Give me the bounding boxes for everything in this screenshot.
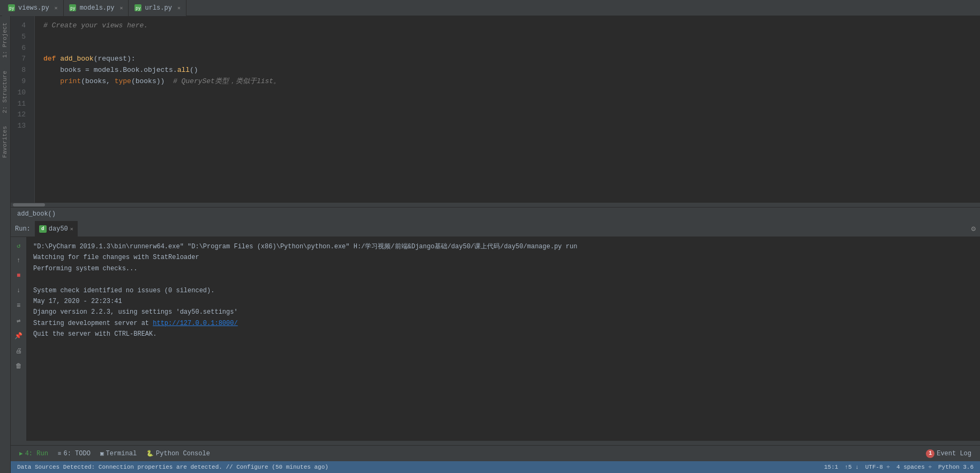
code-editor: 4 5 6 7 8 9 10 11 12 13 # Create your vi… <box>11 16 980 220</box>
print-button[interactable]: 🖨 <box>13 345 24 356</box>
run-panel: Run: d day50 ✕ ⚙ ↺ ↑ ■ ↓ ≡ ⇌ 📌 🖨 <box>11 220 980 445</box>
run-scrollbar[interactable] <box>11 441 980 445</box>
status-left-text: Data Sources Detected: Connection proper… <box>17 464 824 470</box>
django-icon: d <box>39 225 47 233</box>
run-bottom-label: 4: Run <box>25 450 48 457</box>
cursor-position: 15:1 <box>824 464 838 470</box>
tab-models-label: models.py <box>80 4 115 12</box>
encoding: UTF-8 ÷ <box>865 464 890 470</box>
output-line-cmd: "D:\PyCharm 2019.1.3\bin\runnerw64.exe" … <box>33 241 974 252</box>
output-line-watching: Watching for file changes with StatReloa… <box>33 252 974 263</box>
todo-label: 6: TODO <box>63 450 90 457</box>
output-line-empty <box>33 274 974 285</box>
delete-button[interactable]: 🗑 <box>13 360 24 371</box>
event-log-label: Event Log <box>937 450 971 457</box>
output-line-check: System check identified no issues (0 sil… <box>33 285 974 296</box>
project-panel-label[interactable]: 1: Project <box>0 16 10 64</box>
scroll-down-button[interactable]: ↓ <box>13 285 24 296</box>
tab-urls[interactable]: py urls.py ✕ <box>129 0 186 16</box>
filter-button[interactable]: ⇌ <box>13 315 24 326</box>
code-line-12 <box>43 109 980 121</box>
python-version: Python 3.6 <box>938 464 974 470</box>
python-console-label: Python Console <box>156 450 210 457</box>
structure-panel-label[interactable]: 2: Structure <box>0 64 10 120</box>
code-line-4: # Create your views here. <box>43 20 980 32</box>
tab-models-close[interactable]: ✕ <box>119 5 123 11</box>
terminal-label: Terminal <box>106 450 137 457</box>
output-line-server: Starting development server at http://12… <box>33 318 974 329</box>
line-numbers: 4 5 6 7 8 9 10 11 12 13 <box>11 16 35 203</box>
tab-views-label: views.py <box>18 4 49 12</box>
left-panel: 1: Project 2: Structure Favorites <box>0 16 11 473</box>
code-line-10 <box>43 87 980 99</box>
terminal-icon: ▣ <box>100 450 104 457</box>
code-line-11 <box>43 99 980 110</box>
run-sidebar: ↺ ↑ ■ ↓ ≡ ⇌ 📌 🖨 🗑 <box>11 237 27 441</box>
python-console-icon: 🐍 <box>146 450 154 457</box>
run-bottom-button[interactable]: ▶ 4: Run <box>15 447 53 461</box>
event-log-button[interactable]: 1 Event Log <box>922 447 976 461</box>
todo-icon: ≡ <box>58 450 62 457</box>
line-endings: ↑5 ↓ <box>844 464 858 470</box>
output-line-performing: Performing system checks... <box>33 263 974 274</box>
output-line-django-version: Django version 2.2.3, using settings 'da… <box>33 307 974 317</box>
tab-models[interactable]: py models.py ✕ <box>64 0 129 16</box>
terminal-button[interactable]: ▣ Terminal <box>96 447 141 461</box>
bottom-toolbar: ▶ 4: Run ≡ 6: TODO ▣ Terminal 🐍 Python C… <box>11 445 980 461</box>
todo-button[interactable]: ≡ 6: TODO <box>54 447 95 461</box>
run-tab-day50[interactable]: d day50 ✕ <box>35 221 78 237</box>
code-line-9: print(books, type(books)) # QuerySet类型，类… <box>43 76 980 87</box>
rerun-button[interactable]: ↺ <box>13 240 24 251</box>
views-py-icon: py <box>8 4 15 12</box>
python-console-button[interactable]: 🐍 Python Console <box>142 447 214 461</box>
settings-icon[interactable]: ⚙ <box>971 224 976 233</box>
editor-horizontal-scrollbar[interactable] <box>11 203 980 207</box>
play-icon: ▶ <box>19 450 23 457</box>
code-line-8: books = models.Book.objects.all() <box>43 65 980 76</box>
tab-bar: py views.py ✕ py models.py ✕ py urls.py … <box>0 0 980 16</box>
output-line-quit: Quit the server with CTRL-BREAK. <box>33 329 974 339</box>
tab-urls-label: urls.py <box>145 4 171 12</box>
breadcrumb-text: add_book() <box>17 210 56 218</box>
svg-text:py: py <box>70 6 76 11</box>
run-tab-close[interactable]: ✕ <box>70 226 73 232</box>
breadcrumb-bar: add_book() <box>11 207 980 220</box>
stop-button[interactable]: ■ <box>13 270 24 281</box>
run-tab-label: day50 <box>49 225 68 233</box>
run-output[interactable]: "D:\PyCharm 2019.1.3\bin\runnerw64.exe" … <box>27 237 980 441</box>
tab-views-close[interactable]: ✕ <box>55 5 58 11</box>
wrap-button[interactable]: ≡ <box>13 300 24 311</box>
run-body: ↺ ↑ ■ ↓ ≡ ⇌ 📌 🖨 🗑 "D:\PyCharm 2019.1.3\b… <box>11 237 980 441</box>
svg-text:py: py <box>9 6 14 11</box>
status-right: 15:1 ↑5 ↓ UTF-8 ÷ 4 spaces ÷ Python 3.6 <box>824 464 974 470</box>
output-line-date: May 17, 2020 - 22:23:41 <box>33 296 974 307</box>
event-log-badge: 1 <box>926 449 934 458</box>
code-line-13 <box>43 121 980 132</box>
status-bar: Data Sources Detected: Connection proper… <box>11 461 980 473</box>
models-py-icon: py <box>69 4 77 12</box>
tab-urls-close[interactable]: ✕ <box>177 5 181 11</box>
tab-views[interactable]: py views.py ✕ <box>2 0 64 16</box>
run-label: Run: <box>15 225 31 233</box>
code-line-5 <box>43 32 980 43</box>
server-link[interactable]: http://127.0.0.1:8000/ <box>153 320 237 327</box>
pin-button[interactable]: 📌 <box>13 330 24 341</box>
svg-text:py: py <box>136 6 141 11</box>
urls-py-icon: py <box>134 4 141 12</box>
code-line-6 <box>43 43 980 54</box>
code-line-7: def add_book(request): <box>43 54 980 65</box>
run-header: Run: d day50 ✕ ⚙ <box>11 221 980 237</box>
favorites-panel-label[interactable]: Favorites <box>0 120 10 164</box>
scroll-up-button[interactable]: ↑ <box>13 255 24 266</box>
indent: 4 spaces ÷ <box>896 464 932 470</box>
code-lines[interactable]: # Create your views here. def add_book(r… <box>35 16 980 203</box>
